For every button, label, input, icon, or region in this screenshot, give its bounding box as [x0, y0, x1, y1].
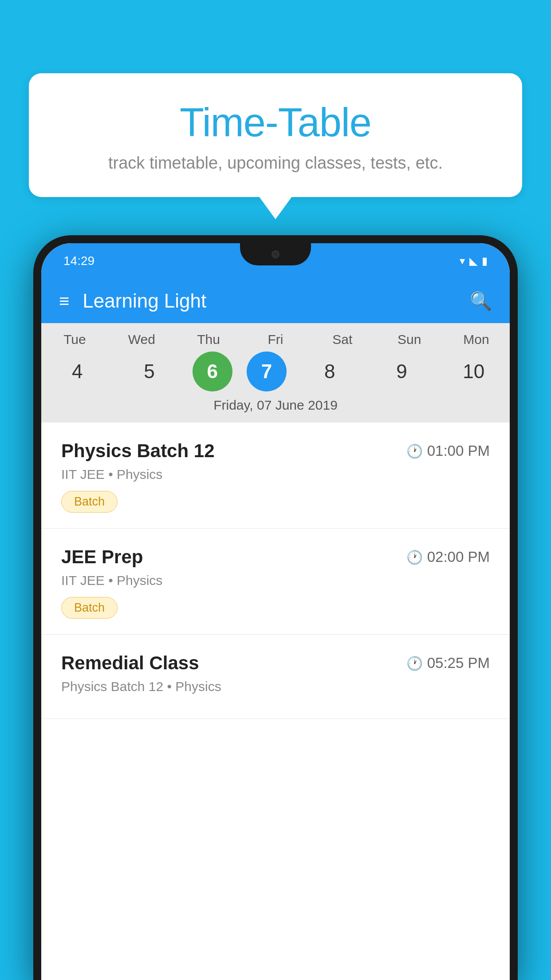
clock-icon-3: 🕐: [406, 656, 423, 671]
day-name-mon: Mon: [447, 332, 505, 347]
batch-badge-1: Batch: [61, 491, 118, 513]
menu-icon[interactable]: ≡: [59, 291, 69, 311]
clock-icon-2: 🕐: [406, 549, 423, 565]
notch: [240, 243, 311, 265]
day-10[interactable]: 10: [445, 352, 503, 391]
tooltip-card: Time-Table track timetable, upcoming cla…: [29, 73, 522, 197]
batch-badge-2: Batch: [61, 597, 118, 619]
day-9[interactable]: 9: [373, 352, 431, 391]
day-6-today[interactable]: 6: [193, 352, 232, 391]
schedule-time-value-1: 01:00 PM: [427, 443, 490, 459]
day-name-wed: Wed: [113, 332, 170, 347]
day-5[interactable]: 5: [120, 352, 178, 391]
schedule-title-2: JEE Prep: [61, 546, 143, 568]
schedule-item-header-2: JEE Prep 🕐 02:00 PM: [61, 546, 490, 568]
day-name-thu: Thu: [180, 332, 237, 347]
schedule-item-3[interactable]: Remedial Class 🕐 05:25 PM Physics Batch …: [41, 635, 510, 719]
battery-icon: ▮: [482, 255, 488, 267]
schedule-title-1: Physics Batch 12: [61, 440, 215, 462]
clock-icon-1: 🕐: [406, 443, 423, 459]
app-toolbar: ≡ Learning Light 🔍: [41, 279, 510, 323]
schedule-item-header-1: Physics Batch 12 🕐 01:00 PM: [61, 440, 490, 462]
signal-icon: ◣: [469, 255, 477, 267]
tooltip-subtitle: track timetable, upcoming classes, tests…: [55, 154, 496, 173]
wifi-icon: ▾: [460, 255, 465, 267]
schedule-time-1: 🕐 01:00 PM: [406, 443, 490, 459]
schedule-item-2[interactable]: JEE Prep 🕐 02:00 PM IIT JEE • Physics Ba…: [41, 529, 510, 635]
schedule-item-1[interactable]: Physics Batch 12 🕐 01:00 PM IIT JEE • Ph…: [41, 423, 510, 529]
status-bar: 14:29 ▾ ◣ ▮: [41, 243, 510, 279]
selected-date-label: Friday, 07 June 2019: [41, 398, 510, 418]
app-title: Learning Light: [83, 290, 470, 312]
status-time: 14:29: [63, 254, 94, 268]
day-name-fri: Fri: [247, 332, 304, 347]
schedule-title-3: Remedial Class: [61, 652, 199, 674]
schedule-time-3: 🕐 05:25 PM: [406, 655, 490, 672]
schedule-time-2: 🕐 02:00 PM: [406, 549, 490, 565]
schedule-item-header-3: Remedial Class 🕐 05:25 PM: [61, 652, 490, 674]
day-7-selected[interactable]: 7: [247, 352, 287, 391]
schedule-subtitle-1: IIT JEE • Physics: [61, 467, 490, 482]
day-4[interactable]: 4: [48, 352, 106, 391]
phone-screen: 14:29 ▾ ◣ ▮ ≡ Learning Light 🔍 Tue Wed T…: [41, 243, 510, 980]
camera: [272, 250, 279, 258]
schedule-subtitle-3: Physics Batch 12 • Physics: [61, 679, 490, 694]
day-name-sat: Sat: [314, 332, 371, 347]
day-name-sun: Sun: [381, 332, 438, 347]
schedule-time-value-2: 02:00 PM: [427, 549, 490, 565]
phone-frame: 14:29 ▾ ◣ ▮ ≡ Learning Light 🔍 Tue Wed T…: [33, 235, 518, 980]
day-numbers-row[interactable]: 4 5 6 7 8 9 10: [41, 352, 510, 391]
day-name-tue: Tue: [46, 332, 103, 347]
day-8[interactable]: 8: [301, 352, 358, 391]
status-icons: ▾ ◣ ▮: [460, 255, 488, 267]
day-names-row: Tue Wed Thu Fri Sat Sun Mon: [41, 332, 510, 347]
schedule-list: Physics Batch 12 🕐 01:00 PM IIT JEE • Ph…: [41, 423, 510, 980]
schedule-time-value-3: 05:25 PM: [427, 655, 490, 672]
calendar-strip: Tue Wed Thu Fri Sat Sun Mon 4 5 6 7 8 9 …: [41, 323, 510, 423]
search-icon[interactable]: 🔍: [470, 291, 492, 312]
schedule-subtitle-2: IIT JEE • Physics: [61, 573, 490, 588]
tooltip-title: Time-Table: [55, 100, 496, 146]
